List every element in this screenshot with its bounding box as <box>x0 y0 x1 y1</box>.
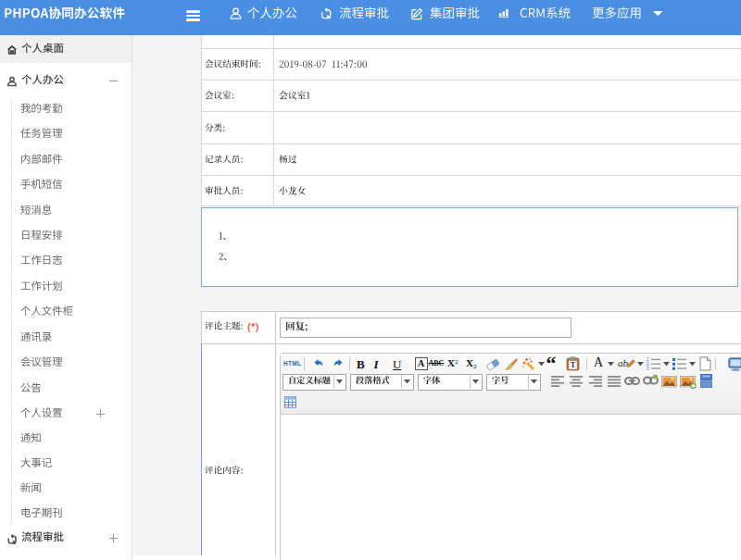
svg-text:3: 3 <box>647 367 649 370</box>
svg-text:ab: ab <box>618 357 629 368</box>
svg-text:T: T <box>571 360 576 369</box>
